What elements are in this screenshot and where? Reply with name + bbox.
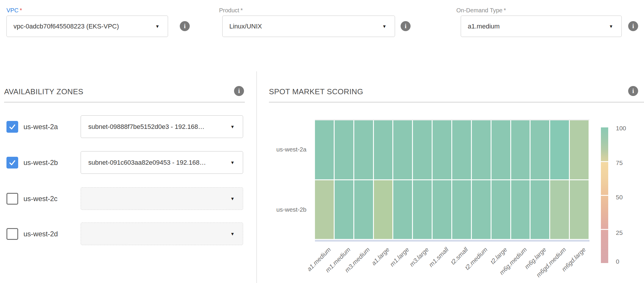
subnet-select-us-west-2c[interactable]: ▼ — [81, 187, 243, 210]
chevron-down-icon: ▼ — [379, 24, 395, 29]
heatmap-cell-us-west-2b-t2.medium — [472, 180, 491, 239]
heatmap-cell-us-west-2a-m3.large — [413, 120, 432, 179]
heatmap-cell-us-west-2b-m6g.large — [531, 180, 549, 239]
chevron-down-icon: ▼ — [605, 24, 621, 29]
subnet-select-value: subnet-091c603aa82e09453 - 192.168… — [81, 159, 227, 166]
heatmap-cell-us-west-2a-m3.medium — [354, 120, 373, 179]
vpc-select-value: vpc-0adcb70f645508223 (EKS-VPC) — [7, 23, 152, 30]
heatmap-cell-us-west-2b-m1.small — [433, 180, 451, 239]
heatmap-x-tick-t2.large: t2.large — [489, 246, 509, 266]
heatmap-x-axis-line — [315, 240, 589, 242]
heatmap-cell-us-west-2a-m6g.large — [531, 120, 549, 179]
required-asterisk: * — [20, 7, 22, 14]
vpc-label-text: VPC — [6, 7, 18, 14]
az-row-us-west-2b: us-west-2bsubnet-091c603aa82e09453 - 192… — [6, 151, 243, 174]
heatmap-x-tick-m3.large: m3.large — [408, 246, 430, 268]
on-demand-type-label-text: On-Demand Type — [456, 7, 503, 14]
vpc-label: VPC* — [6, 7, 22, 14]
heatmap-cell-us-west-2b-m6g.medium — [511, 180, 530, 239]
spot-market-config-page: VPC* vpc-0adcb70f645508223 (EKS-VPC) ▼ i… — [0, 0, 644, 283]
section-divider — [256, 71, 257, 283]
az-row-us-west-2d: us-west-2d▼ — [6, 223, 243, 245]
colorbar-tick-50: 50 — [616, 193, 623, 201]
chevron-down-icon: ▼ — [152, 24, 168, 29]
az-row-us-west-2a: us-west-2asubnet-09888f7be5152d0e3 - 192… — [6, 115, 243, 138]
info-icon[interactable]: i — [628, 21, 638, 31]
heatmap-cell-us-west-2a-a1.medium — [315, 120, 334, 179]
heatmap-y-tick-us-west-2b: us-west-2b — [252, 206, 306, 213]
heatmap-x-tick-m1.small: m1.small — [427, 246, 450, 268]
heatmap-cell-us-west-2a-t2.small — [452, 120, 471, 179]
heatmap-cell-us-west-2a-a1.large — [374, 120, 393, 179]
product-select-value: Linux/UNIX — [223, 23, 379, 30]
heatmap-cell-us-west-2a-m1.medium — [335, 120, 353, 179]
heatmap-cell-us-west-2b-m6gd.large — [570, 180, 589, 239]
heatmap-x-tick-m1.large: m1.large — [389, 246, 411, 268]
heatmap-cell-us-west-2a-m1.small — [433, 120, 451, 179]
on-demand-type-select[interactable]: a1.medium ▼ — [461, 16, 622, 37]
heatmap-cell-us-west-2b-m3.medium — [354, 180, 373, 239]
colorbar-tick-100: 100 — [616, 124, 626, 132]
heatmap-cell-us-west-2b-m6gd.medium — [550, 180, 569, 239]
heatmap-cell-us-west-2a-m6gd.large — [570, 120, 589, 179]
product-label: Product* — [219, 7, 243, 14]
heatmap-cell-us-west-2a-t2.large — [492, 120, 510, 179]
heatmap-cell-us-west-2a-m6g.medium — [511, 120, 530, 179]
az-zone-label: us-west-2a — [23, 123, 81, 131]
az-row-us-west-2c: us-west-2c▼ — [6, 187, 243, 210]
subnet-select-us-west-2b[interactable]: subnet-091c603aa82e09453 - 192.168…▼ — [81, 151, 243, 174]
az-checkbox-us-west-2c[interactable] — [6, 193, 18, 205]
colorbar-separator — [601, 161, 608, 162]
chevron-down-icon: ▼ — [227, 196, 243, 201]
heatmap-cell-us-west-2b-a1.medium — [315, 180, 334, 239]
heatmap-cell-us-west-2b-t2.large — [492, 180, 510, 239]
checkmark-icon — [8, 123, 16, 131]
required-asterisk: * — [504, 7, 506, 14]
colorbar-tick-0: 0 — [616, 258, 619, 265]
az-zone-label: us-west-2d — [23, 230, 81, 238]
info-icon[interactable]: i — [180, 21, 190, 31]
colorbar-tick-25: 25 — [616, 229, 623, 237]
chevron-down-icon: ▼ — [227, 231, 243, 236]
required-asterisk: * — [240, 7, 243, 14]
spot-market-scoring-rule — [269, 102, 644, 102]
heatmap-cell-us-west-2a-m6gd.medium — [550, 120, 569, 179]
az-zone-label: us-west-2b — [23, 159, 81, 167]
az-checkbox-us-west-2b[interactable] — [6, 157, 18, 169]
az-zone-label: us-west-2c — [23, 195, 81, 203]
colorbar-separator — [601, 229, 608, 230]
heatmap-cell-us-west-2b-m1.medium — [335, 180, 353, 239]
info-icon[interactable]: i — [401, 21, 411, 31]
product-select[interactable]: Linux/UNIX ▼ — [222, 16, 395, 37]
checkmark-icon — [8, 159, 16, 167]
heatmap-cell-us-west-2a-t2.medium — [472, 120, 491, 179]
heatmap-cell-us-west-2b-m3.large — [413, 180, 432, 239]
colorbar-tick-75: 75 — [616, 159, 623, 167]
heatmap-cell-us-west-2a-m1.large — [393, 120, 412, 179]
heatmap-y-tick-us-west-2a: us-west-2a — [252, 146, 306, 153]
availability-zones-title: AVAILABILITY ZONES — [4, 87, 83, 96]
chevron-down-icon: ▼ — [227, 124, 243, 129]
subnet-select-us-west-2a[interactable]: subnet-09888f7be5152d0e3 - 192.168…▼ — [81, 115, 243, 138]
vpc-select[interactable]: vpc-0adcb70f645508223 (EKS-VPC) ▼ — [6, 16, 168, 37]
info-icon[interactable]: i — [628, 86, 638, 96]
subnet-select-us-west-2d[interactable]: ▼ — [81, 223, 243, 245]
product-label-text: Product — [219, 7, 239, 14]
az-checkbox-us-west-2d[interactable] — [6, 228, 18, 240]
heatmap-cell-us-west-2b-t2.small — [452, 180, 471, 239]
on-demand-type-select-value: a1.medium — [461, 23, 605, 30]
on-demand-type-label: On-Demand Type* — [456, 7, 506, 14]
subnet-select-value: subnet-09888f7be5152d0e3 - 192.168… — [81, 123, 227, 131]
heatmap-top-border — [315, 119, 589, 120]
colorbar-separator — [601, 195, 608, 196]
heatmap-cell-us-west-2b-a1.large — [374, 180, 393, 239]
heatmap-cell-us-west-2b-m1.large — [393, 180, 412, 239]
info-icon[interactable]: i — [234, 86, 244, 96]
heatmap-x-tick-a1.large: a1.large — [370, 246, 391, 267]
spot-market-scoring-title: SPOT MARKET SCORING — [269, 87, 363, 96]
az-checkbox-us-west-2a[interactable] — [6, 121, 18, 133]
chevron-down-icon: ▼ — [227, 160, 243, 165]
availability-zones-rule — [4, 102, 245, 102]
